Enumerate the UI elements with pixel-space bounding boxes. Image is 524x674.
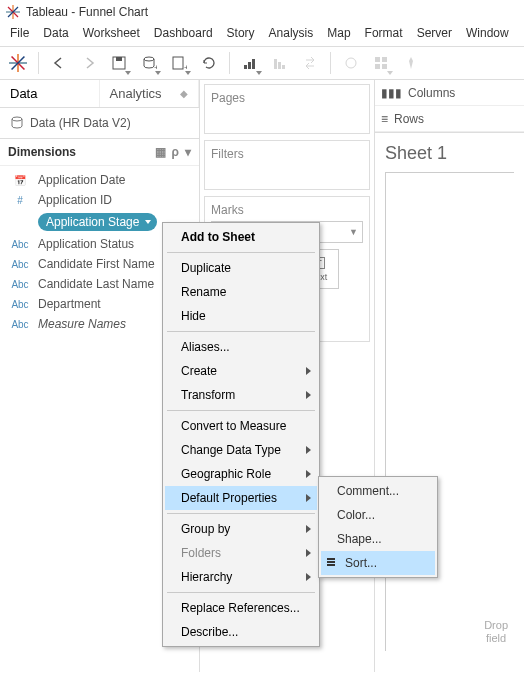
data-source-label: Data (HR Data V2) bbox=[30, 116, 131, 130]
shelves: ▮▮▮ Columns ≡ Rows bbox=[375, 80, 524, 133]
tab-analytics[interactable]: Analytics◆ bbox=[100, 80, 200, 107]
ctx-add-to-sheet[interactable]: Add to Sheet bbox=[165, 225, 317, 249]
ctx-default-properties[interactable]: Default Properties bbox=[165, 486, 317, 510]
rows-shelf[interactable]: ≡ Rows bbox=[375, 106, 524, 132]
menu-data[interactable]: Data bbox=[43, 26, 68, 40]
svg-rect-17 bbox=[274, 59, 277, 69]
menu-file[interactable]: File bbox=[10, 26, 29, 40]
menu-story[interactable]: Story bbox=[227, 26, 255, 40]
sheet-title[interactable]: Sheet 1 bbox=[385, 143, 514, 172]
menu-caret-icon[interactable]: ▾ bbox=[185, 145, 191, 159]
svg-text:+: + bbox=[154, 63, 157, 71]
datasource-icon bbox=[10, 116, 24, 130]
separator bbox=[229, 52, 230, 74]
ctx-sub-sort[interactable]: Sort... bbox=[321, 551, 435, 575]
default-properties-submenu: Comment... Color... Shape... Sort... bbox=[318, 476, 438, 578]
menu-server[interactable]: Server bbox=[417, 26, 452, 40]
menu-dashboard[interactable]: Dashboard bbox=[154, 26, 213, 40]
ctx-transform[interactable]: Transform bbox=[165, 383, 317, 407]
view-grid-icon[interactable]: ▦ bbox=[155, 145, 166, 159]
ctx-convert-to-measure[interactable]: Convert to Measure bbox=[165, 414, 317, 438]
menu-window[interactable]: Window bbox=[466, 26, 509, 40]
save-button[interactable] bbox=[105, 49, 133, 77]
columns-shelf[interactable]: ▮▮▮ Columns bbox=[375, 80, 524, 106]
tableau-button[interactable] bbox=[4, 49, 32, 77]
separator bbox=[167, 513, 315, 514]
pages-shelf[interactable]: Pages bbox=[204, 84, 370, 134]
title-bar: Tableau - Funnel Chart bbox=[0, 0, 524, 24]
ctx-sub-color[interactable]: Color... bbox=[321, 503, 435, 527]
svg-rect-24 bbox=[382, 64, 387, 69]
forward-button[interactable] bbox=[75, 49, 103, 77]
separator bbox=[38, 52, 39, 74]
menu-bar: File Data Worksheet Dashboard Story Anal… bbox=[0, 24, 524, 46]
calendar-icon: 📅 bbox=[8, 175, 32, 186]
filters-shelf[interactable]: Filters bbox=[204, 140, 370, 190]
rows-icon: ≡ bbox=[381, 112, 388, 126]
window-title: Tableau - Funnel Chart bbox=[26, 5, 148, 19]
showme-button[interactable] bbox=[367, 49, 395, 77]
new-worksheet-button[interactable]: + bbox=[165, 49, 193, 77]
ctx-geographic-role[interactable]: Geographic Role bbox=[165, 462, 317, 486]
search-icon[interactable]: ρ bbox=[172, 145, 179, 159]
separator bbox=[167, 592, 315, 593]
tab-data[interactable]: Data bbox=[0, 80, 100, 107]
sort-asc-button[interactable] bbox=[236, 49, 264, 77]
dimensions-label: Dimensions bbox=[8, 145, 76, 159]
separator bbox=[167, 252, 315, 253]
data-source-item[interactable]: Data (HR Data V2) bbox=[0, 108, 199, 139]
ctx-duplicate[interactable]: Duplicate bbox=[165, 256, 317, 280]
svg-rect-23 bbox=[375, 64, 380, 69]
ctx-hide[interactable]: Hide bbox=[165, 304, 317, 328]
ctx-rename[interactable]: Rename bbox=[165, 280, 317, 304]
svg-point-20 bbox=[346, 58, 356, 68]
ctx-folders: Folders bbox=[165, 541, 317, 565]
field-application-date[interactable]: 📅Application Date bbox=[0, 170, 199, 190]
back-button[interactable] bbox=[45, 49, 73, 77]
side-tabs: Data Analytics◆ bbox=[0, 80, 199, 108]
menu-format[interactable]: Format bbox=[365, 26, 403, 40]
abc-icon: Abc bbox=[8, 239, 32, 250]
svg-rect-19 bbox=[282, 65, 285, 69]
sheet-area: Sheet 1 Dropfield bbox=[375, 133, 524, 672]
ctx-create[interactable]: Create bbox=[165, 359, 317, 383]
svg-rect-18 bbox=[278, 62, 281, 69]
pin-button[interactable] bbox=[397, 49, 425, 77]
abc-icon: Abc bbox=[8, 299, 32, 310]
svg-point-25 bbox=[12, 117, 22, 121]
separator bbox=[167, 410, 315, 411]
svg-rect-9 bbox=[116, 57, 122, 61]
svg-rect-14 bbox=[244, 65, 247, 69]
abc-icon: Abc bbox=[8, 217, 32, 228]
ctx-sub-shape[interactable]: Shape... bbox=[321, 527, 435, 551]
menu-analysis[interactable]: Analysis bbox=[269, 26, 314, 40]
sort-desc-button[interactable] bbox=[266, 49, 294, 77]
group-button[interactable] bbox=[337, 49, 365, 77]
ctx-change-data-type[interactable]: Change Data Type bbox=[165, 438, 317, 462]
view-canvas[interactable]: Dropfield bbox=[385, 172, 514, 651]
svg-text:+: + bbox=[184, 63, 187, 71]
ctx-sub-comment[interactable]: Comment... bbox=[321, 479, 435, 503]
svg-rect-15 bbox=[248, 62, 251, 69]
tableau-logo-icon bbox=[6, 5, 20, 19]
field-application-id[interactable]: #Application ID bbox=[0, 190, 199, 210]
ctx-group-by[interactable]: Group by bbox=[165, 517, 317, 541]
menu-worksheet[interactable]: Worksheet bbox=[83, 26, 140, 40]
svg-rect-21 bbox=[375, 57, 380, 62]
ctx-aliases[interactable]: Aliases... bbox=[165, 335, 317, 359]
refresh-button[interactable] bbox=[195, 49, 223, 77]
sort-icon bbox=[327, 558, 339, 568]
abc-icon: Abc bbox=[8, 259, 32, 270]
ctx-hierarchy[interactable]: Hierarchy bbox=[165, 565, 317, 589]
worksheet-pane: ▮▮▮ Columns ≡ Rows Sheet 1 Dropfield bbox=[375, 80, 524, 672]
columns-icon: ▮▮▮ bbox=[381, 86, 402, 100]
separator bbox=[167, 331, 315, 332]
field-context-menu: Add to Sheet Duplicate Rename Hide Alias… bbox=[162, 222, 320, 647]
toolbar: + + bbox=[0, 46, 524, 80]
swap-button[interactable] bbox=[296, 49, 324, 77]
ctx-replace-references[interactable]: Replace References... bbox=[165, 596, 317, 620]
number-icon: # bbox=[8, 195, 32, 206]
ctx-describe[interactable]: Describe... bbox=[165, 620, 317, 644]
new-datasource-button[interactable]: + bbox=[135, 49, 163, 77]
menu-map[interactable]: Map bbox=[327, 26, 350, 40]
